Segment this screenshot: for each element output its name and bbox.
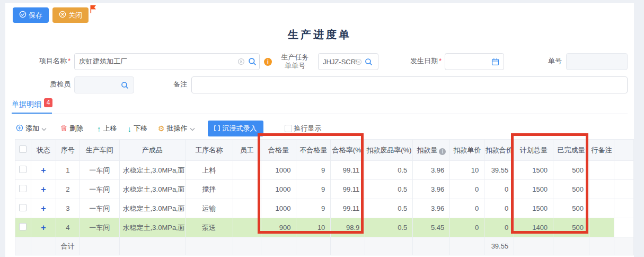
header-qualified-qty: 合格量 <box>261 140 296 161</box>
wrap-display-toggle[interactable]: 换行显示 <box>285 124 322 133</box>
tab-detail[interactable]: 单据明细4 <box>12 100 52 109</box>
cell-row-remark[interactable] <box>589 161 614 180</box>
cell-deduct-price[interactable]: 0 <box>450 199 484 218</box>
select-all-checkbox[interactable] <box>19 145 27 153</box>
move-down-button[interactable]: ↓ 下移 <box>128 124 148 133</box>
row-status-plus-icon[interactable]: + <box>41 223 46 232</box>
header-product: 产成品 <box>119 140 185 161</box>
cell-deduct-price[interactable]: 10 <box>450 161 484 180</box>
cell-workshop[interactable]: 一车间 <box>80 199 119 218</box>
calendar-icon[interactable] <box>491 53 499 70</box>
cell-seq[interactable]: 3 <box>56 199 80 218</box>
cell-product[interactable]: 水稳定土,3.0MPa,面 <box>119 199 185 218</box>
row-checkbox[interactable] <box>19 223 27 230</box>
cell-employee[interactable] <box>233 218 261 237</box>
clear-icon[interactable] <box>237 53 245 70</box>
cell-deduct-price[interactable]: 0 <box>450 180 484 199</box>
cell-product[interactable]: 水稳定土,3.0MPa,面 <box>119 180 185 199</box>
wrap-display-checkbox[interactable] <box>285 125 292 132</box>
cell-process[interactable]: 泵送 <box>185 218 233 237</box>
cell-completed-qty[interactable]: 500 <box>553 180 589 199</box>
cell-seq[interactable]: 4 <box>56 218 80 237</box>
cell-completed-qty[interactable]: 500 <box>553 199 589 218</box>
cell-qualified-qty[interactable]: 1000 <box>261 180 296 199</box>
cell-plan-total[interactable]: 1500 <box>514 199 553 218</box>
info-icon[interactable]: i <box>264 53 272 70</box>
occur-date-label: 发生日期 <box>398 57 442 65</box>
cell-qualified-rate[interactable]: 99.11 <box>331 161 365 180</box>
cell-workshop[interactable]: 一车间 <box>80 161 119 180</box>
cell-deduct-total[interactable]: 0 <box>484 180 514 199</box>
cell-row-remark[interactable] <box>589 180 614 199</box>
remark-input[interactable] <box>191 76 628 93</box>
row-checkbox[interactable] <box>19 204 27 211</box>
cell-deduct-scrap-rate[interactable]: 0.5 <box>365 161 413 180</box>
search-icon[interactable] <box>121 76 129 93</box>
cell-process[interactable]: 搅拌 <box>185 180 233 199</box>
cell-deduct-total[interactable]: 39.55 <box>484 161 514 180</box>
cell-qualified-qty[interactable]: 1000 <box>261 199 296 218</box>
cell-deduct-total[interactable]: 0 <box>484 218 514 237</box>
cell-deduct-qty[interactable]: 3.96 <box>413 180 450 199</box>
cell-process[interactable]: 运输 <box>185 199 233 218</box>
batch-ops-button[interactable]: ⚙ 批操作 <box>158 124 195 133</box>
cell-row-remark[interactable] <box>589 199 614 218</box>
row-status-plus-icon[interactable]: + <box>41 204 46 213</box>
info-icon: i <box>439 148 446 155</box>
cell-deduct-qty[interactable]: 3.96 <box>413 161 450 180</box>
header-seq: 序号 <box>56 140 80 161</box>
cell-workshop[interactable]: 一车间 <box>80 180 119 199</box>
cell-unqualified-qty[interactable]: 9 <box>296 199 331 218</box>
cell-seq[interactable]: 2 <box>56 180 80 199</box>
cell-completed-qty[interactable]: 500 <box>553 218 589 237</box>
cell-spacer <box>614 199 634 218</box>
clear-icon[interactable] <box>355 53 362 70</box>
row-status-plus-icon[interactable]: + <box>41 166 46 175</box>
cell-deduct-scrap-rate[interactable]: 0.5 <box>365 218 413 237</box>
add-row-button[interactable]: 添加 <box>16 124 47 133</box>
cell-completed-qty[interactable]: 500 <box>553 161 589 180</box>
cell-employee[interactable] <box>233 161 261 180</box>
project-name-input[interactable] <box>74 53 260 70</box>
cell-deduct-scrap-rate[interactable]: 0.5 <box>365 199 413 218</box>
cell-product[interactable]: 水稳定土,3.0MPa,面 <box>119 161 185 180</box>
close-button[interactable]: 关闭 <box>52 7 89 23</box>
cell-deduct-price[interactable]: 0 <box>450 218 484 237</box>
delete-row-button[interactable]: 删除 <box>60 124 83 133</box>
immersive-entry-button[interactable]: 沉浸式录入 <box>208 121 263 136</box>
save-button[interactable]: 保存 <box>13 7 49 23</box>
cell-deduct-qty[interactable]: 3.96 <box>413 199 450 218</box>
cell-qualified-qty[interactable]: 900 <box>261 218 296 237</box>
cell-unqualified-qty[interactable]: 9 <box>296 161 331 180</box>
cell-deduct-total[interactable]: 0 <box>484 199 514 218</box>
search-icon[interactable] <box>248 53 257 70</box>
cell-product[interactable]: 水稳定土,3.0MPa,面 <box>119 218 185 237</box>
cell-plan-total[interactable]: 1500 <box>514 180 553 199</box>
cell-qualified-qty[interactable]: 1000 <box>261 161 296 180</box>
cell-seq[interactable]: 1 <box>56 161 80 180</box>
cell-unqualified-qty[interactable]: 10 <box>296 218 331 237</box>
move-up-button[interactable]: ↑ 上移 <box>97 124 117 133</box>
cell-workshop[interactable]: 一车间 <box>80 218 119 237</box>
header-spacer <box>614 140 634 161</box>
cell-unqualified-qty[interactable]: 9 <box>296 180 331 199</box>
cell-process[interactable]: 上料 <box>185 161 233 180</box>
table-row: +2一车间水稳定土,3.0MPa,面搅拌1000999.110.53.96001… <box>15 180 634 199</box>
cell-employee[interactable] <box>233 199 261 218</box>
summary-employee <box>233 237 261 255</box>
cell-deduct-qty[interactable]: 5.45 <box>413 218 450 237</box>
cell-employee[interactable] <box>233 180 261 199</box>
cell-deduct-scrap-rate[interactable]: 0.5 <box>365 180 413 199</box>
row-status-plus-icon[interactable]: + <box>41 185 46 194</box>
order-no-input[interactable] <box>566 53 628 70</box>
cell-plan-total[interactable]: 1500 <box>514 161 553 180</box>
search-icon[interactable] <box>365 53 373 70</box>
cell-qualified-rate[interactable]: 98.9 <box>331 218 365 237</box>
cell-row-remark[interactable] <box>589 218 614 237</box>
cell-plan-total[interactable]: 1400 <box>514 218 553 237</box>
row-checkbox[interactable] <box>19 185 27 192</box>
summary-qualified-rate <box>331 237 365 255</box>
row-checkbox[interactable] <box>19 166 27 173</box>
cell-qualified-rate[interactable]: 99.11 <box>331 180 365 199</box>
cell-qualified-rate[interactable]: 99.11 <box>331 199 365 218</box>
